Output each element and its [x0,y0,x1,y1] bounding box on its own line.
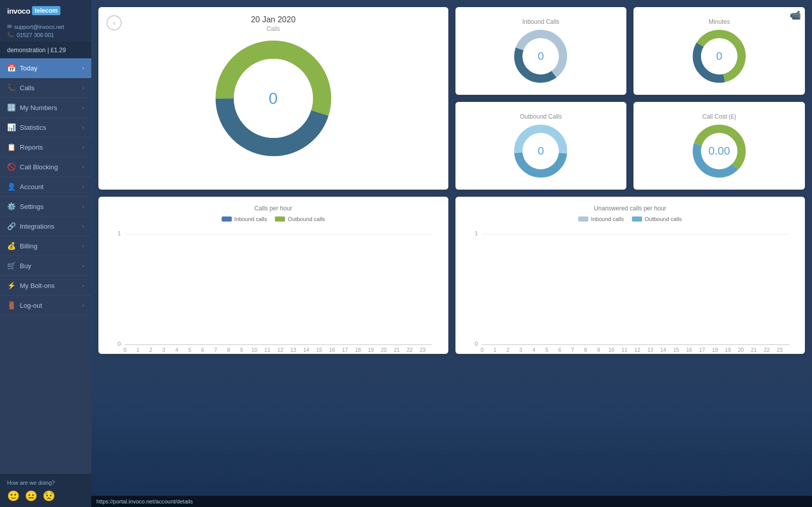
neutral-icon[interactable]: 😐 [25,490,38,502]
nav-chevron-integrations: › [82,223,84,229]
unanswered-chart-area: 1 0 0 1 2 3 4 5 6 7 8 9 10 11 12 [466,227,795,353]
sidebar-item-reports[interactable]: 📋 Reports › [0,137,91,157]
nav-icon-buy: 🛒 [7,262,15,270]
nav-label-today: Today [20,64,38,72]
svg-text:19: 19 [368,347,374,353]
sidebar-item-settings[interactable]: ⚙️ Settings › [0,197,91,216]
phone-icon: 📞 [7,31,14,38]
sidebar-item-my-numbers[interactable]: 🔢 My Numbers › [0,98,91,118]
email-icon: ✉ [7,23,12,30]
nav-icon-reports: 📋 [7,143,15,151]
happy-icon[interactable]: 🙂 [7,490,20,502]
stat-card-minutes: Minutes 0 [633,7,805,95]
sidebar-item-account[interactable]: 👤 Account › [0,177,91,197]
svg-text:10: 10 [608,347,614,353]
svg-text:18: 18 [355,347,361,353]
sidebar-item-left-settings: ⚙️ Settings [7,202,44,210]
minutes-donut: 0 [691,28,747,84]
svg-text:21: 21 [751,347,757,353]
svg-text:5: 5 [545,347,548,353]
svg-text:13: 13 [290,347,296,353]
nav-icon-settings: ⚙️ [7,202,15,210]
svg-text:1: 1 [136,347,139,353]
sidebar-support: ✉ support@invoco.net 📞 01527 306 001 [0,19,91,43]
nav-icon-billing: 💰 [7,242,15,250]
minutes-value: 0 [716,50,722,63]
legend-inbound: Inbound calls [222,216,267,222]
nav-label-statistics: Statistics [20,124,46,131]
sidebar-item-calls[interactable]: 📞 Calls › [0,78,91,98]
legend-unanswered-inbound: Inbound calls [578,216,624,222]
sidebar-item-call-blocking[interactable]: 🚫 Call Blocking › [0,157,91,177]
callcost-value: 0.00 [709,144,730,158]
nav-label-account: Account [20,183,44,191]
nav-chevron-statistics: › [82,124,84,130]
legend-unanswered-inbound-label: Inbound calls [591,216,624,222]
sidebar-item-integrations[interactable]: 🔗 Integrations › [0,216,91,236]
svg-text:9: 9 [240,347,243,353]
sidebar-item-left-billing: 💰 Billing [7,242,38,250]
outbound-calls-title: Outbound Calls [520,113,562,120]
sad-icon[interactable]: 😟 [43,490,55,502]
main-donut-chart: 0 [213,38,334,159]
minutes-title: Minutes [709,18,730,25]
svg-text:22: 22 [407,347,413,353]
nav-icon-today: 📅 [7,64,15,72]
svg-text:8: 8 [227,347,230,353]
sidebar-item-buy[interactable]: 🛒 Buy › [0,256,91,276]
nav-label-buy: Buy [20,262,31,270]
svg-text:17: 17 [699,347,705,353]
sidebar-item-statistics[interactable]: 📊 Statistics › [0,118,91,137]
inbound-value: 0 [538,50,544,63]
svg-text:14: 14 [660,347,666,353]
feedback-icons: 🙂 😐 😟 [7,490,84,502]
unanswered-per-hour-card: Unanswered calls per hour Inbound calls … [455,197,805,354]
nav-label-billing: Billing [20,242,38,250]
svg-text:1: 1 [474,230,477,236]
account-name: demonstration | £1.29 [0,43,91,58]
sidebar-footer: How are we doing? 🙂 😐 😟 [0,474,91,507]
stat-card-inbound: Inbound Calls 0 [455,7,627,95]
stats-grid: Inbound Calls 0 Minutes [455,7,805,190]
svg-text:11: 11 [621,347,627,353]
nav-chevron-settings: › [82,203,84,209]
nav-icon-my-numbers: 🔢 [7,103,15,112]
unanswered-svg: 1 0 0 1 2 3 4 5 6 7 8 9 10 11 12 [466,227,795,353]
nav-chevron-buy: › [82,263,84,269]
sidebar-item-billing[interactable]: 💰 Billing › [0,236,91,256]
nav-icon-integrations: 🔗 [7,222,15,230]
sidebar-item-today[interactable]: 📅 Today › [0,58,91,78]
sidebar-item-left-log-out: 🚪 Log-out [7,301,42,309]
logo-telecom: telecom [32,6,60,15]
sidebar-nav: 📅 Today › 📞 Calls › 🔢 My Numbers › 📊 Sta… [0,58,91,474]
svg-text:15: 15 [316,347,322,353]
sidebar: invoco telecom ✉ support@invoco.net 📞 01… [0,0,91,507]
sidebar-item-left-statistics: 📊 Statistics [7,123,46,131]
sidebar-item-log-out[interactable]: 🚪 Log-out › [0,296,91,315]
svg-text:20: 20 [381,347,387,353]
chart-subtitle: Calls [266,25,280,32]
legend-outbound: Outbound calls [275,216,325,222]
sidebar-item-my-bolt-ons[interactable]: ⚡ My Bolt-ons › [0,276,91,296]
svg-text:8: 8 [584,347,587,353]
callcost-title: Call Cost (£) [702,113,736,120]
calls-per-hour-title: Calls per hour [109,205,438,212]
svg-text:22: 22 [764,347,770,353]
nav-label-log-out: Log-out [20,302,42,309]
video-icon[interactable]: 📹 [786,7,805,23]
svg-text:9: 9 [597,347,600,353]
legend-inbound-label: Inbound calls [234,216,267,222]
back-button[interactable]: ‹ [107,15,122,30]
nav-chevron-call-blocking: › [82,164,84,170]
nav-icon-my-bolt-ons: ⚡ [7,281,15,289]
status-bar: https://portal.invoco.net/account/detail… [91,496,812,507]
nav-label-calls: Calls [20,84,34,92]
legend-outbound-label: Outbound calls [288,216,325,222]
svg-text:12: 12 [634,347,640,353]
outbound-donut: 0 [513,123,569,179]
legend-unanswered-outbound-label: Outbound calls [645,216,682,222]
svg-text:3: 3 [162,347,165,353]
sidebar-item-left-today: 📅 Today [7,64,38,72]
svg-text:3: 3 [519,347,522,353]
svg-text:2: 2 [150,347,153,353]
